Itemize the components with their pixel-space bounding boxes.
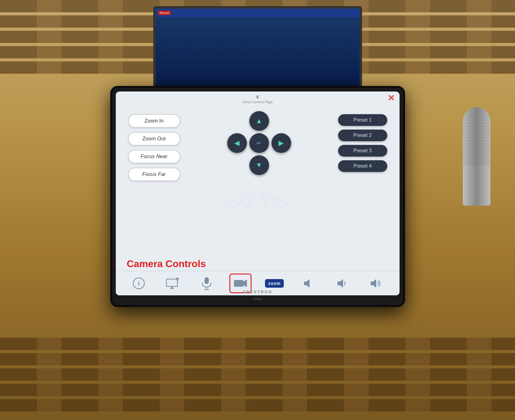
close-camera-header: ∨ Close Camera Page ✕: [116, 91, 400, 105]
volume-muted-icon: [303, 278, 314, 289]
microphone-icon: [201, 277, 212, 290]
dpad-up-button[interactable]: ▲: [249, 111, 269, 131]
bench-row: [0, 399, 515, 411]
tablet-device: ∨ Close Camera Page ✕ Zoom In Zoom Out F…: [110, 86, 405, 307]
left-arrow-icon: ◀: [234, 140, 240, 146]
preset-1-button[interactable]: Preset 1: [338, 114, 387, 126]
volume-low-icon: [336, 278, 349, 289]
svg-marker-20: [337, 279, 343, 288]
nav-item-volume-high[interactable]: [365, 274, 387, 293]
tablet-home-bar: [116, 297, 400, 301]
preset-4-button[interactable]: Preset 4: [338, 160, 387, 172]
camera-controls-label: Camera Controls: [116, 258, 400, 271]
crestron-label: CRESTRON: [243, 290, 272, 294]
nav-item-volume-muted[interactable]: [297, 274, 319, 293]
center-icon: ↵: [256, 140, 262, 146]
nav-item-display[interactable]: O: [162, 274, 184, 293]
zoom-out-button[interactable]: Zoom Out: [128, 132, 180, 146]
dpad-top-row: ▲: [227, 111, 291, 131]
preset-2-button[interactable]: Preset 2: [338, 130, 387, 141]
svg-marker-21: [371, 279, 376, 288]
info-icon: i: [133, 277, 145, 290]
bench-row: [0, 353, 515, 365]
svg-marker-18: [243, 280, 247, 287]
down-arrow-icon: ▼: [256, 162, 263, 169]
zoom-badge: zoom: [265, 279, 284, 288]
dpad-bottom-row: ▼: [227, 155, 291, 175]
close-camera-label: Close Camera Page: [242, 100, 273, 104]
svg-rect-9: [166, 279, 178, 286]
preset-3-button[interactable]: Preset 3: [338, 145, 387, 157]
nav-item-microphone[interactable]: [196, 274, 218, 293]
dpad-center-button[interactable]: ↵: [249, 133, 269, 153]
focus-far-button[interactable]: Focus Far: [128, 168, 180, 181]
controls-area: Zoom In Zoom Out Focus Near Focus Far ▲ …: [116, 105, 400, 258]
svg-marker-19: [304, 279, 310, 288]
svg-rect-14: [205, 277, 209, 284]
focus-near-button[interactable]: Focus Near: [128, 150, 180, 163]
volume-high-icon: [369, 278, 383, 289]
close-x-button[interactable]: ✕: [388, 94, 395, 103]
up-arrow-icon: ▲: [256, 118, 263, 124]
dpad-right-button[interactable]: ▶: [271, 133, 291, 153]
display-icon: O: [166, 277, 179, 290]
dpad-left-button[interactable]: ◀: [227, 133, 247, 153]
camera-icon: [234, 278, 247, 289]
nav-item-volume-low[interactable]: [331, 274, 353, 293]
svg-text:O: O: [176, 278, 178, 281]
left-controls: Zoom In Zoom Out Focus Near Focus Far: [128, 111, 180, 181]
mic-grille: [463, 107, 490, 166]
nav-item-info[interactable]: i: [128, 274, 150, 293]
home-button[interactable]: [253, 298, 262, 300]
chevron-down-icon: ∨: [256, 94, 259, 99]
monitor-taskbar: Record: [156, 9, 360, 17]
bench-row: [0, 338, 515, 350]
tablet-screen: ∨ Close Camera Page ✕ Zoom In Zoom Out F…: [116, 91, 400, 295]
bench-row: [0, 384, 515, 396]
bench-row: [0, 368, 515, 381]
directional-pad: ▲ ◀ ↵ ▶: [227, 111, 291, 175]
zoom-in-button[interactable]: Zoom In: [128, 114, 180, 128]
dpad-middle-row: ◀ ↵ ▶: [227, 133, 291, 153]
svg-rect-17: [234, 280, 243, 287]
right-arrow-icon: ▶: [279, 140, 284, 146]
presets-column: Preset 1 Preset 2 Preset 3 Preset 4: [338, 111, 387, 172]
dpad-down-button[interactable]: ▼: [249, 155, 269, 175]
svg-text:i: i: [138, 280, 140, 287]
microphone: [463, 107, 490, 206]
record-button: Record: [158, 11, 171, 15]
